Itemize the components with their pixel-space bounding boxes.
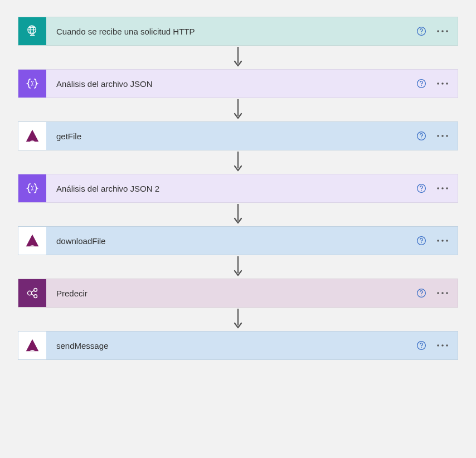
svg-point-12 — [421, 85, 422, 86]
flow-arrow-icon — [233, 255, 243, 279]
globe-icon — [18, 17, 46, 45]
svg-point-24 — [421, 190, 422, 191]
mountain-icon — [18, 332, 46, 359]
svg-point-50 — [446, 344, 448, 347]
more-options-button[interactable] — [431, 181, 454, 196]
step-title: Cuando se recibe una solicitud HTTP — [46, 27, 414, 36]
help-button[interactable] — [414, 286, 429, 300]
step-an-lisis-del-archivo-json[interactable]: Análisis del archivo JSON — [18, 69, 458, 98]
step-getfile[interactable]: getFile — [18, 121, 458, 150]
flow-arrow-icon — [233, 150, 243, 174]
step-title: Análisis del archivo JSON — [46, 79, 414, 89]
svg-point-31 — [437, 240, 439, 242]
svg-point-49 — [441, 344, 444, 347]
svg-point-48 — [437, 344, 439, 347]
svg-point-7 — [437, 30, 439, 32]
more-options-button[interactable] — [431, 24, 454, 38]
svg-point-20 — [441, 135, 444, 137]
svg-point-8 — [441, 30, 444, 32]
step-downloadfile[interactable]: downloadFile — [18, 226, 458, 255]
step-title: Análisis del archivo JSON 2 — [46, 184, 414, 193]
svg-point-26 — [441, 187, 444, 189]
svg-point-21 — [446, 135, 448, 137]
more-options-button[interactable] — [431, 286, 454, 300]
svg-point-15 — [446, 82, 448, 85]
more-options-button[interactable] — [431, 338, 454, 353]
mountain-icon — [18, 227, 46, 255]
svg-line-38 — [31, 290, 34, 292]
help-button[interactable] — [414, 76, 429, 91]
svg-point-44 — [446, 292, 448, 294]
svg-line-39 — [31, 294, 34, 296]
more-options-button[interactable] — [431, 76, 454, 91]
svg-point-35 — [27, 291, 31, 295]
step-cuando-se-recibe-una-solicitud-http[interactable]: Cuando se recibe una solicitud HTTP — [18, 17, 458, 46]
step-title: downloadFile — [46, 236, 414, 246]
flow-arrow-icon — [233, 203, 243, 226]
svg-point-36 — [34, 288, 37, 291]
svg-point-19 — [437, 135, 439, 137]
step-title: sendMessage — [46, 341, 414, 350]
more-options-button[interactable] — [431, 233, 454, 248]
workflow-container: Cuando se recibe una solicitud HTTP Anál… — [18, 17, 458, 360]
flow-arrow-icon — [233, 308, 243, 331]
svg-point-47 — [421, 347, 422, 348]
step-title: getFile — [46, 131, 414, 141]
svg-point-14 — [441, 82, 444, 85]
svg-point-9 — [446, 30, 448, 32]
svg-point-13 — [437, 82, 439, 85]
step-sendmessage[interactable]: sendMessage — [18, 331, 458, 360]
step-predecir[interactable]: Predecir — [18, 279, 458, 308]
step-title: Predecir — [46, 289, 414, 298]
svg-point-41 — [421, 295, 422, 296]
help-button[interactable] — [414, 181, 429, 196]
svg-point-27 — [446, 187, 448, 189]
help-button[interactable] — [414, 233, 429, 248]
step-an-lisis-del-archivo-json-2[interactable]: Análisis del archivo JSON 2 — [18, 174, 458, 203]
help-button[interactable] — [414, 24, 429, 38]
svg-point-42 — [437, 292, 439, 294]
svg-point-33 — [446, 240, 448, 242]
braces-icon — [18, 174, 46, 202]
flow-arrow-icon — [233, 46, 243, 69]
svg-point-25 — [437, 187, 439, 189]
more-options-button[interactable] — [431, 129, 454, 143]
help-button[interactable] — [414, 129, 429, 143]
flow-arrow-icon — [233, 98, 243, 121]
svg-point-37 — [34, 295, 37, 298]
svg-point-32 — [441, 240, 444, 242]
nodes-icon — [18, 279, 46, 307]
svg-point-6 — [421, 33, 422, 34]
svg-point-30 — [421, 242, 422, 243]
svg-point-18 — [421, 138, 422, 139]
help-button[interactable] — [414, 338, 429, 353]
svg-point-43 — [441, 292, 444, 294]
braces-icon — [18, 70, 46, 98]
mountain-icon — [18, 122, 46, 150]
